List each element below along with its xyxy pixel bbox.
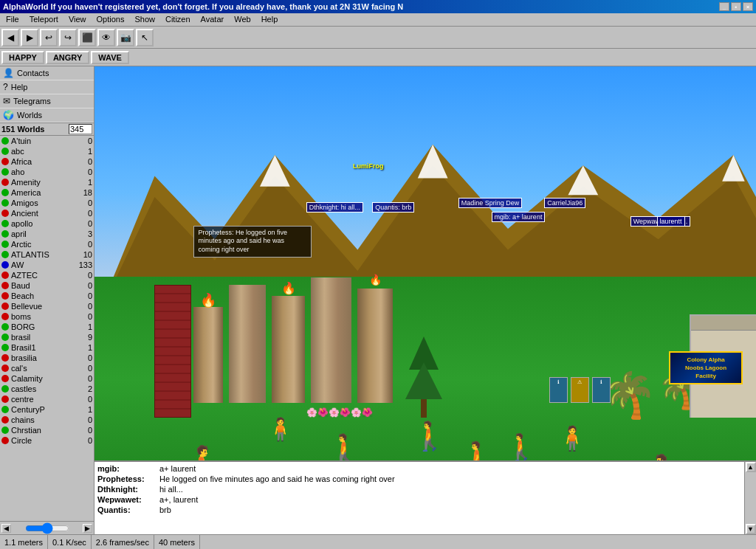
list-item[interactable]: Brasil11 <box>0 342 94 353</box>
cursor-button[interactable]: ↖ <box>136 29 154 46</box>
colony-sign: Colony Alpha Noobs Lagoon Facility <box>669 351 743 385</box>
camera-button[interactable]: 📷 <box>117 29 134 46</box>
options2-button[interactable]: ↪ <box>59 29 77 46</box>
chat-scrollbar: ▲ ▼ <box>744 462 756 534</box>
world-user-count: 0 <box>78 271 92 280</box>
list-item[interactable]: Ancient0 <box>0 208 94 218</box>
world-status-dot <box>1 344 9 351</box>
menu-avatar[interactable]: Avatar <box>196 14 229 25</box>
wave-button[interactable]: WAVE <box>91 51 129 64</box>
world-status-dot <box>1 272 9 279</box>
list-item[interactable]: Bellevue0 <box>0 301 94 311</box>
list-item[interactable]: cal's0 <box>0 363 94 373</box>
list-item[interactable]: aho0 <box>0 167 94 177</box>
list-item[interactable]: Calamity0 <box>0 373 94 384</box>
main-area: 👤 Contacts ? Help ✉ Telegrams 🌍 Worlds 1… <box>0 66 756 534</box>
list-item[interactable]: AZTEC0 <box>0 270 94 280</box>
list-item[interactable]: brasil9 <box>0 332 94 342</box>
world-user-count: 10 <box>78 250 92 259</box>
flowers: 🌸🌺🌸🌺🌸🌺 <box>306 407 373 418</box>
list-item[interactable]: Circle0 <box>0 435 94 446</box>
world-status-dot <box>1 427 9 434</box>
list-item[interactable]: Amenity1 <box>0 177 94 187</box>
world-name: chains <box>11 415 75 424</box>
list-item[interactable]: centre0 <box>0 394 94 404</box>
menu-citizen[interactable]: Citizen <box>161 14 195 25</box>
menu-show[interactable]: Show <box>130 14 159 25</box>
chat-scroll-down[interactable]: ▼ <box>746 524 756 534</box>
avatar-midleft: 🧍 <box>267 418 294 441</box>
scroll-right-button[interactable]: ▶ <box>83 524 92 533</box>
world-user-count: 0 <box>78 436 92 445</box>
fly-button[interactable]: 👁 <box>97 29 115 46</box>
worlds-tab[interactable]: 🌍 Worlds <box>0 108 94 122</box>
chat-bubble-prophetess: Prophetess: He logged on five minutes ag… <box>193 226 312 258</box>
menu-options[interactable]: Options <box>92 14 129 25</box>
list-item[interactable]: Chrstian0 <box>0 425 94 435</box>
world-number-input[interactable] <box>69 124 92 134</box>
close-button[interactable]: × <box>743 2 753 11</box>
sidebar: 👤 Contacts ? Help ✉ Telegrams 🌍 Worlds 1… <box>0 66 94 534</box>
world-status-dot <box>1 179 9 186</box>
scroll-left-button[interactable]: ◀ <box>1 524 11 533</box>
list-item[interactable]: brasilia0 <box>0 353 94 363</box>
avatar-right1: 🚶 <box>505 434 537 460</box>
world-user-count: 18 <box>78 188 92 197</box>
happy-button[interactable]: HAPPY <box>1 51 44 64</box>
list-item[interactable]: castles2 <box>0 384 94 394</box>
list-item[interactable]: AW133 <box>0 260 94 270</box>
options1-button[interactable]: ↩ <box>40 29 58 46</box>
list-item[interactable]: Africa0 <box>0 156 94 167</box>
maximize-button[interactable]: ▪ <box>731 2 741 11</box>
world-name: CenturyP <box>11 405 75 414</box>
contacts-tab[interactable]: 👤 Contacts <box>0 66 94 80</box>
telegrams-tab[interactable]: ✉ Telegrams <box>0 94 94 108</box>
chat-scroll-up[interactable]: ▲ <box>746 462 756 472</box>
worlds-icon: 🌍 <box>3 110 14 120</box>
contacts-label: Contacts <box>17 69 49 77</box>
status-speed: 0.1 K/sec <box>48 535 92 549</box>
list-item[interactable]: chains0 <box>0 415 94 425</box>
list-item[interactable]: CenturyP1 <box>0 404 94 415</box>
list-item[interactable]: abc1 <box>0 146 94 156</box>
list-item[interactable]: Arctic0 <box>0 239 94 249</box>
list-item[interactable]: Amigos0 <box>0 198 94 208</box>
list-item[interactable]: A'tuin0 <box>0 136 94 146</box>
angry-button[interactable]: ANGRY <box>46 51 89 64</box>
list-item[interactable]: Beach0 <box>0 291 94 301</box>
menu-help[interactable]: Help <box>257 14 283 25</box>
back-button[interactable]: ◀ <box>1 29 19 46</box>
menu-web[interactable]: Web <box>230 14 255 25</box>
world-user-count: 1 <box>78 322 92 331</box>
chat-speaker: Wepwawet: <box>97 495 157 504</box>
nametag-dthknight: Dthknight: hi all... <box>306 202 363 213</box>
world-status-dot <box>1 365 9 372</box>
menu-file[interactable]: File <box>1 14 24 25</box>
chat-line: Prophetess:He logged on five minutes ago… <box>97 474 753 484</box>
help-tab[interactable]: ? Help <box>0 80 94 94</box>
world-user-count: 1 <box>78 178 92 187</box>
pine-tree <box>405 336 442 418</box>
list-item[interactable]: Baud0 <box>0 280 94 291</box>
menu-teleport[interactable]: Teleport <box>25 14 63 25</box>
list-item[interactable]: apollo0 <box>0 218 94 229</box>
chat-speaker: Prophetess: <box>97 474 157 483</box>
nametag-carriellja: CarrielJia96 <box>544 198 585 208</box>
chat-line: mgib:a+ laurent <box>97 463 753 474</box>
viewport[interactable]: 🔥 🔥 🔥 🌴 <box>94 66 756 534</box>
list-item[interactable]: America18 <box>0 187 94 198</box>
world-name: BORG <box>11 322 75 331</box>
scroll-slider[interactable] <box>25 524 69 533</box>
list-item[interactable]: april3 <box>0 229 94 239</box>
list-item[interactable]: boms0 <box>0 311 94 322</box>
forward-button[interactable]: ▶ <box>21 29 38 46</box>
world-list[interactable]: A'tuin0abc1Africa0aho0Amenity1America18A… <box>0 136 94 521</box>
minimize-button[interactable]: _ <box>719 2 729 11</box>
list-item[interactable]: BORG1 <box>0 322 94 332</box>
build-button[interactable]: ⬛ <box>78 29 96 46</box>
world-status-dot <box>1 313 9 320</box>
list-item[interactable]: ATLANTIS10 <box>0 249 94 260</box>
menu-view[interactable]: View <box>64 14 91 25</box>
world-status-dot <box>1 437 9 444</box>
world-count-label: 151 Worlds <box>1 125 45 134</box>
